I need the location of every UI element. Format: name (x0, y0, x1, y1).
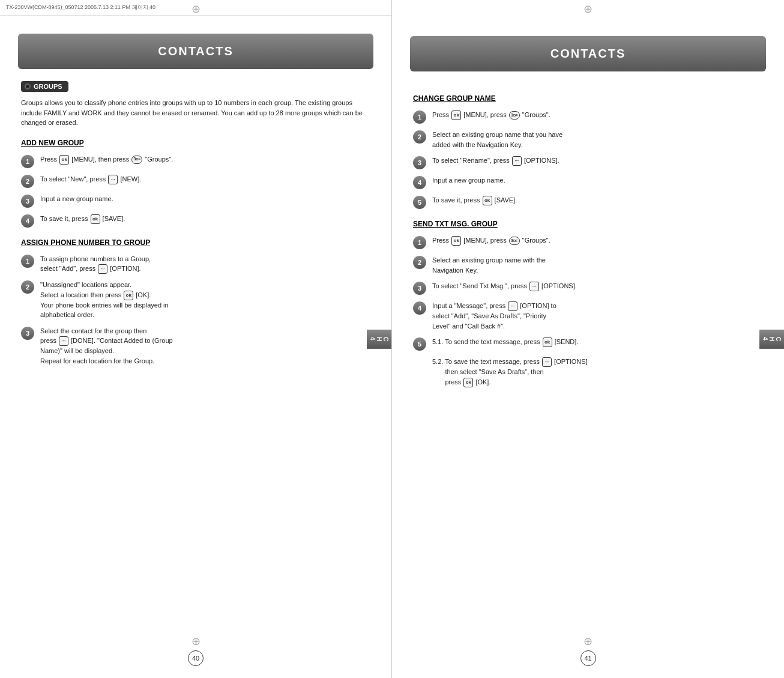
step-c2-text: Select an existing group name that you h… (432, 130, 562, 150)
step-4-add: 4 To save it, press ok [SAVE]. (21, 214, 370, 228)
right-page: CONTACTS CHANGE GROUP NAME 1 Press ok [M… (392, 0, 784, 678)
key-3df-c1: 3DF (509, 111, 520, 120)
step-num-s5: 5 (413, 337, 426, 351)
step-num-c2: 2 (413, 130, 426, 144)
key-menu-a1: ··· (98, 264, 107, 274)
step-2-change: 2 Select an existing group name that you… (413, 130, 763, 150)
key-ok-save: ok (91, 214, 100, 224)
step-1-assign: 1 To assign phone numbers to a Group,sel… (21, 254, 370, 274)
cross-decor-right-bottom: ⊕ (583, 635, 593, 648)
cross-decor-left-top: ⊕ (191, 2, 201, 16)
step-s4-text: Input a "Message", press ··· [OPTION] to… (432, 301, 556, 331)
key-ok: ok (59, 155, 69, 165)
right-side-tab: CH4 (759, 329, 784, 348)
key-ok-s5: ok (543, 337, 552, 347)
step-num-1: 1 (21, 155, 34, 168)
step-num-s3: 3 (413, 282, 426, 295)
step-1-text: Press ok [MENU], then press 3DF "Groups"… (40, 154, 173, 165)
step-2-text: To select "New", press ··· [NEW]. (40, 174, 141, 184)
key-menu-s4: ··· (508, 301, 517, 311)
step-2-send: 2 Select an existing group name with the… (413, 255, 763, 275)
step-1-add: 1 Press ok [MENU], then press 3DF "Group… (21, 154, 370, 168)
step-s5-text: 5.1. To send the text message, press ok … (432, 337, 578, 347)
sub-step-5-2-text: 5.2. To save the text message, press ···… (432, 357, 763, 387)
step-1-send: 1 Press ok [MENU], press 3DF "Groups". (413, 235, 763, 249)
left-header: CONTACTS (18, 34, 373, 69)
section-send-txt: SEND TXT MSG. GROUP (413, 220, 763, 228)
groups-badge: GROUPS (21, 81, 68, 92)
cross-decor-right-top: ⊕ (583, 2, 593, 16)
key-3df-s1: 3DF (509, 237, 520, 245)
cross-decor-left-bottom: ⊕ (191, 635, 201, 648)
key-ok-s1: ok (451, 236, 461, 246)
step-num-s1: 1 (413, 236, 426, 249)
left-page-num: 40 (188, 650, 204, 666)
step-num-c1: 1 (413, 110, 426, 124)
step-num-s2: 2 (413, 256, 426, 269)
step-4-change: 4 Input a new group name. (413, 175, 763, 189)
step-num-a3: 3 (21, 327, 34, 340)
step-c5-text: To save it, press ok [SAVE]. (432, 195, 517, 205)
section-assign: ASSIGN PHONE NUMBER TO GROUP (21, 238, 370, 247)
section-change-group: CHANGE GROUP NAME (413, 94, 763, 103)
badge-dot (25, 83, 31, 89)
step-c3-text: To select "Rename", press ··· [OPTIONS]. (432, 156, 559, 166)
right-header: CONTACTS (410, 36, 766, 71)
sub-step-5-2: 5.2. To save the text message, press ···… (432, 357, 763, 387)
key-menu-a3: ··· (59, 336, 68, 346)
step-3-add: 3 Input a new group name. (21, 194, 370, 208)
key-menu-c3: ··· (512, 156, 522, 166)
section-add-new-group: ADD NEW GROUP (21, 139, 370, 147)
page-spread: TX-230VW(CDM-8945)_050712 2005.7.13 2:11… (0, 0, 784, 678)
step-num-c5: 5 (413, 196, 426, 209)
key-ok-a2: ok (124, 291, 133, 300)
step-s1-text: Press ok [MENU], press 3DF "Groups". (432, 235, 550, 246)
badge-label: GROUPS (34, 83, 62, 90)
step-2-assign: 2 "Unassigned" locations appear. Select … (21, 280, 370, 320)
intro-text: Groups allows you to classify phone entr… (21, 98, 370, 128)
step-4-send: 4 Input a "Message", press ··· [OPTION] … (413, 301, 763, 331)
step-3-text: Input a new group name. (40, 194, 113, 204)
step-3-change: 3 To select "Rename", press ··· [OPTIONS… (413, 156, 763, 169)
step-num-c4: 4 (413, 176, 426, 189)
left-page: TX-230VW(CDM-8945)_050712 2005.7.13 2:11… (0, 0, 392, 678)
step-a1-text: To assign phone numbers to a Group,selec… (40, 254, 151, 274)
step-c4-text: Input a new group name. (432, 175, 505, 186)
step-4-text: To save it, press ok [SAVE]. (40, 214, 125, 224)
step-num-2: 2 (21, 175, 34, 188)
step-num-a2: 2 (21, 280, 34, 294)
left-content: GROUPS Groups allows you to classify pho… (0, 69, 391, 384)
step-a2-text: "Unassigned" locations appear. Select a … (40, 280, 169, 320)
step-s2-text: Select an existing group name with theNa… (432, 255, 546, 275)
step-1-change: 1 Press ok [MENU], press 3DF "Groups". (413, 110, 763, 124)
key-ok-s52: ok (463, 378, 473, 387)
step-num-4: 4 (21, 214, 34, 228)
step-num-c3: 3 (413, 156, 426, 169)
step-5-send: 5 5.1. To send the text message, press o… (413, 337, 763, 351)
step-3-send: 3 To select "Send Txt Msg.", press ··· [… (413, 281, 763, 295)
step-a3-text: Select the contact for the group then pr… (40, 326, 173, 366)
right-page-num: 41 (580, 650, 596, 666)
key-menu: ··· (108, 175, 118, 184)
step-num-3: 3 (21, 195, 34, 208)
step-num-a1: 1 (21, 255, 34, 268)
key-3df: 3DF (131, 156, 142, 164)
step-2-add: 2 To select "New", press ··· [NEW]. (21, 174, 370, 188)
step-5-change: 5 To save it, press ok [SAVE]. (413, 195, 763, 209)
step-c1-text: Press ok [MENU], press 3DF "Groups". (432, 110, 550, 120)
key-menu-s52: ··· (542, 357, 552, 367)
step-s3-text: To select "Send Txt Msg.", press ··· [OP… (432, 281, 577, 291)
left-side-tab: CH4 (367, 329, 391, 348)
step-3-assign: 3 Select the contact for the group then … (21, 326, 370, 366)
key-ok-c1: ok (451, 110, 461, 120)
right-content: CHANGE GROUP NAME 1 Press ok [MENU], pre… (392, 71, 784, 404)
key-menu-s3: ··· (529, 282, 539, 291)
step-num-s4: 4 (413, 301, 426, 315)
key-ok-c5: ok (483, 196, 492, 205)
